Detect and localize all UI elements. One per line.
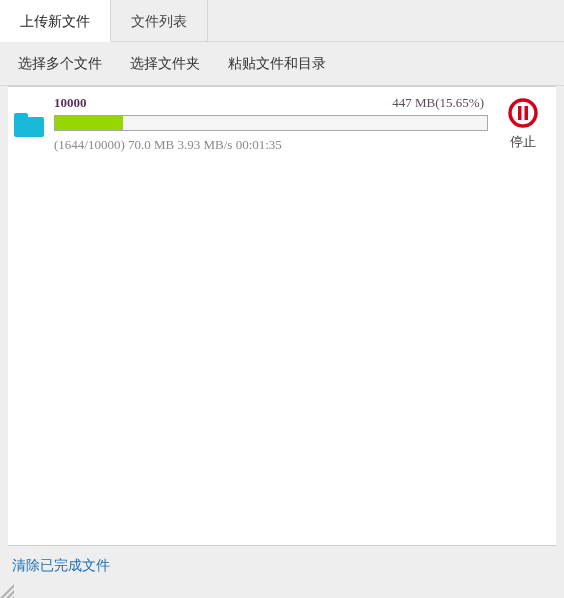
tab-file-list[interactable]: 文件列表 bbox=[111, 0, 208, 42]
select-folder-button[interactable]: 选择文件夹 bbox=[130, 55, 200, 73]
tab-bar: 上传新文件 文件列表 bbox=[0, 0, 564, 42]
upload-size: 447 MB(15.65%) bbox=[392, 95, 484, 111]
svg-rect-2 bbox=[525, 106, 529, 120]
clear-completed-link[interactable]: 清除已完成文件 bbox=[12, 557, 110, 575]
upload-list[interactable]: 10000 447 MB(15.65%) (1644/10000) 70.0 M… bbox=[8, 86, 556, 546]
upload-info: 10000 447 MB(15.65%) (1644/10000) 70.0 M… bbox=[54, 95, 488, 153]
progress-bar bbox=[54, 115, 488, 131]
toolbar: 选择多个文件 选择文件夹 粘贴文件和目录 bbox=[0, 42, 564, 86]
upload-name: 10000 bbox=[54, 95, 87, 111]
svg-point-0 bbox=[510, 100, 536, 126]
upload-panel: 上传新文件 文件列表 选择多个文件 选择文件夹 粘贴文件和目录 10000 44… bbox=[0, 0, 564, 598]
upload-item: 10000 447 MB(15.65%) (1644/10000) 70.0 M… bbox=[8, 87, 556, 161]
footer: 清除已完成文件 bbox=[0, 546, 564, 586]
progress-fill bbox=[55, 116, 123, 130]
resize-handle-icon[interactable] bbox=[0, 584, 14, 598]
stop-control: 停止 bbox=[498, 97, 548, 151]
pause-icon[interactable] bbox=[507, 97, 539, 129]
folder-icon bbox=[14, 113, 44, 137]
stop-label: 停止 bbox=[510, 133, 536, 151]
upload-stats: (1644/10000) 70.0 MB 3.93 MB/s 00:01:35 bbox=[54, 137, 488, 153]
select-multiple-files-button[interactable]: 选择多个文件 bbox=[18, 55, 102, 73]
svg-rect-1 bbox=[518, 106, 522, 120]
upload-header: 10000 447 MB(15.65%) bbox=[54, 95, 488, 111]
paste-files-button[interactable]: 粘贴文件和目录 bbox=[228, 55, 326, 73]
tab-upload-new[interactable]: 上传新文件 bbox=[0, 0, 111, 42]
